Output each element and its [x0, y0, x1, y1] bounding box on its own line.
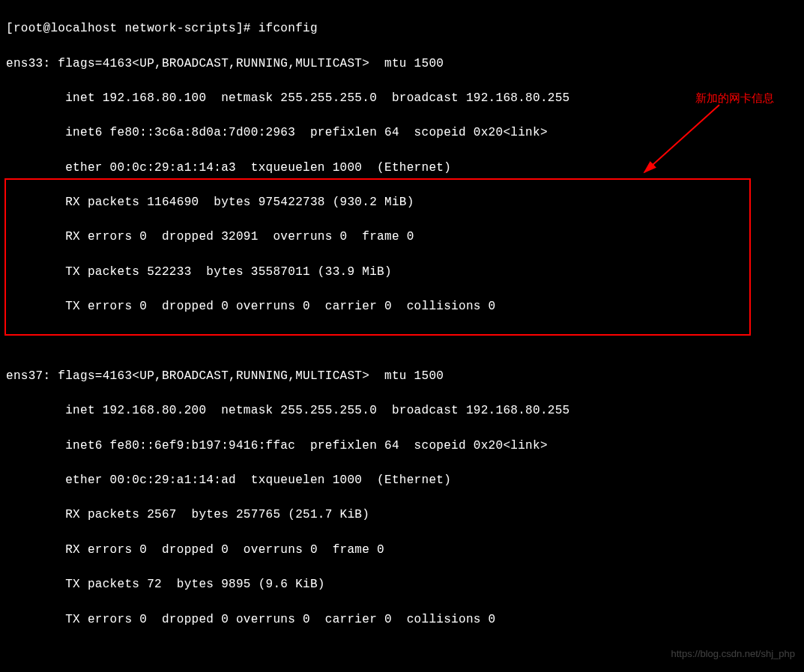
- iface-ens33-l3: inet6 fe80::3c6a:8d0a:7d00:2963 prefixle…: [6, 124, 798, 142]
- iface-ens33-l7: TX packets 522233 bytes 35587011 (33.9 M…: [6, 264, 798, 281]
- prompt-line: [root@localhost network-scripts]# ifconf…: [6, 20, 798, 37]
- iface-ens33-l5: RX packets 1164690 bytes 975422738 (930.…: [6, 194, 798, 211]
- iface-ens33-l8: TX errors 0 dropped 0 overruns 0 carrier…: [6, 298, 798, 315]
- iface-ens33-l6: RX errors 0 dropped 32091 overruns 0 fra…: [6, 228, 798, 246]
- iface-ens33-l2: inet 192.168.80.100 netmask 255.255.255.…: [6, 90, 798, 107]
- iface-ens37-l8: TX errors 0 dropped 0 overruns 0 carrier…: [6, 611, 798, 629]
- iface-ens37-l2: inet 192.168.80.200 netmask 255.255.255.…: [6, 402, 798, 420]
- iface-ens37-l7: TX packets 72 bytes 9895 (9.6 KiB): [6, 576, 798, 593]
- blank-line: [6, 333, 798, 351]
- iface-ens33-l4: ether 00:0c:29:a1:14:a3 txqueuelen 1000 …: [6, 160, 798, 177]
- iface-ens37-l6: RX errors 0 dropped 0 overruns 0 frame 0: [6, 542, 798, 559]
- terminal-output: [root@localhost network-scripts]# ifconf…: [6, 3, 798, 672]
- annotation-label: 新加的网卡信息: [695, 90, 774, 106]
- watermark-text: https://blog.csdn.net/shj_php: [671, 647, 795, 662]
- iface-ens37-l1: ens37: flags=4163<UP,BROADCAST,RUNNING,M…: [6, 368, 798, 385]
- iface-ens37-l4: ether 00:0c:29:a1:14:ad txqueuelen 1000 …: [6, 472, 798, 489]
- iface-ens37-l5: RX packets 2567 bytes 257765 (251.7 KiB): [6, 506, 798, 524]
- iface-ens33-l1: ens33: flags=4163<UP,BROADCAST,RUNNING,M…: [6, 55, 798, 73]
- iface-ens37-l3: inet6 fe80::6ef9:b197:9416:ffac prefixle…: [6, 438, 798, 455]
